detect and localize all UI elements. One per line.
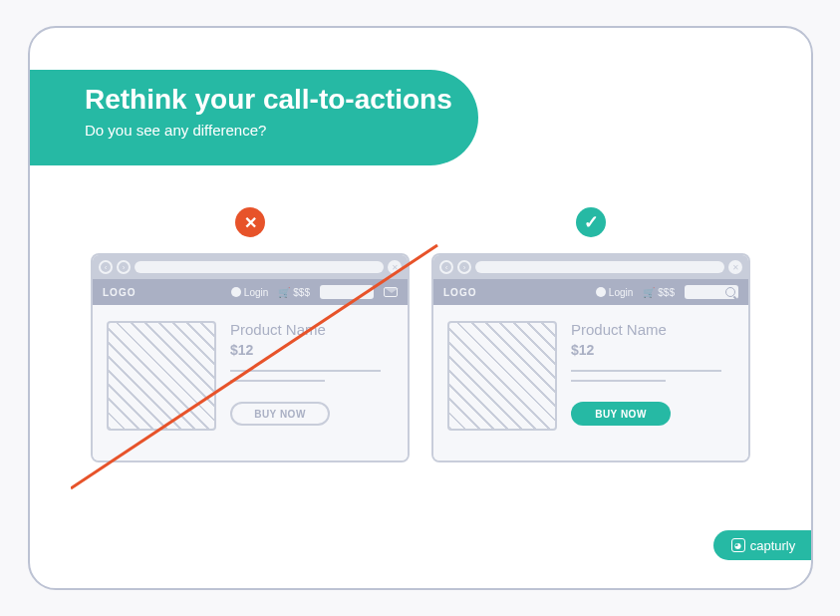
text-line bbox=[571, 370, 721, 372]
login-label: Login bbox=[244, 287, 268, 298]
cart-amount: $$$ bbox=[658, 287, 675, 298]
slide-title: Rethink your call-to-actions bbox=[85, 84, 478, 116]
buy-button-grey: BUY NOW bbox=[230, 402, 330, 426]
cross-icon: ✕ bbox=[235, 207, 265, 237]
back-icon: ‹ bbox=[439, 260, 453, 274]
brand-badge: ◕ capturly bbox=[713, 530, 813, 560]
product-price: $12 bbox=[230, 342, 394, 358]
logo-text: LOGO bbox=[443, 287, 586, 298]
site-header: LOGO Login 🛒 $$$ bbox=[93, 279, 408, 305]
slide-frame: Rethink your call-to-actions Do you see … bbox=[28, 26, 813, 590]
slide-subtitle: Do you see any difference? bbox=[85, 122, 478, 139]
product-info: Product Name $12 BUY NOW bbox=[230, 321, 394, 431]
mock-body: Product Name $12 BUY NOW bbox=[433, 305, 748, 461]
close-icon: ✕ bbox=[728, 260, 742, 274]
text-line bbox=[230, 370, 381, 372]
login-chip: Login bbox=[231, 287, 268, 298]
buy-button-teal: BUY NOW bbox=[571, 402, 671, 426]
forward-icon: › bbox=[457, 260, 471, 274]
owl-icon: ◕ bbox=[731, 538, 745, 552]
browser-bar: ‹ › ✕ bbox=[93, 255, 408, 279]
product-name: Product Name bbox=[571, 321, 734, 338]
site-header: LOGO Login 🛒 $$$ bbox=[433, 279, 748, 305]
logo-text: LOGO bbox=[103, 287, 221, 298]
check-icon: ✓ bbox=[576, 207, 606, 237]
brand-label: capturly bbox=[750, 538, 796, 553]
close-icon: ✕ bbox=[388, 260, 402, 274]
browser-bar: ‹ › ✕ bbox=[433, 255, 748, 279]
search-box bbox=[320, 285, 374, 299]
title-banner: Rethink your call-to-actions Do you see … bbox=[30, 70, 478, 165]
product-name: Product Name bbox=[230, 321, 394, 338]
cart-amount: $$$ bbox=[293, 287, 310, 298]
bad-mockup: ‹ › ✕ LOGO Login 🛒 $$$ bbox=[91, 253, 410, 462]
text-line-short bbox=[571, 380, 666, 382]
mail-icon bbox=[384, 287, 398, 297]
product-price: $12 bbox=[571, 342, 734, 358]
login-label: Login bbox=[609, 287, 633, 298]
bad-example-column: ✕ ‹ › ✕ LOGO Login 🛒 $$$ bbox=[91, 207, 410, 462]
login-chip: Login bbox=[596, 287, 633, 298]
search-box bbox=[685, 285, 738, 299]
text-line-short bbox=[230, 380, 325, 382]
cart-icon: 🛒 bbox=[278, 287, 290, 298]
good-mockup: ‹ › ✕ LOGO Login 🛒 $$$ bbox=[431, 253, 750, 462]
mock-body: Product Name $12 BUY NOW bbox=[93, 305, 408, 461]
address-bar bbox=[135, 261, 384, 273]
user-icon bbox=[231, 287, 241, 297]
search-icon bbox=[725, 287, 735, 297]
cart-icon: 🛒 bbox=[643, 287, 655, 298]
product-info: Product Name $12 BUY NOW bbox=[571, 321, 734, 431]
forward-icon: › bbox=[117, 260, 131, 274]
cart-chip: 🛒 $$$ bbox=[278, 287, 310, 298]
product-image-placeholder bbox=[107, 321, 216, 431]
cart-chip: 🛒 $$$ bbox=[643, 287, 675, 298]
user-icon bbox=[596, 287, 606, 297]
good-example-column: ✓ ‹ › ✕ LOGO Login 🛒 $$$ bbox=[431, 207, 750, 462]
back-icon: ‹ bbox=[99, 260, 113, 274]
address-bar bbox=[475, 261, 724, 273]
product-image-placeholder bbox=[447, 321, 557, 431]
comparison-row: ✕ ‹ › ✕ LOGO Login 🛒 $$$ bbox=[30, 207, 811, 462]
